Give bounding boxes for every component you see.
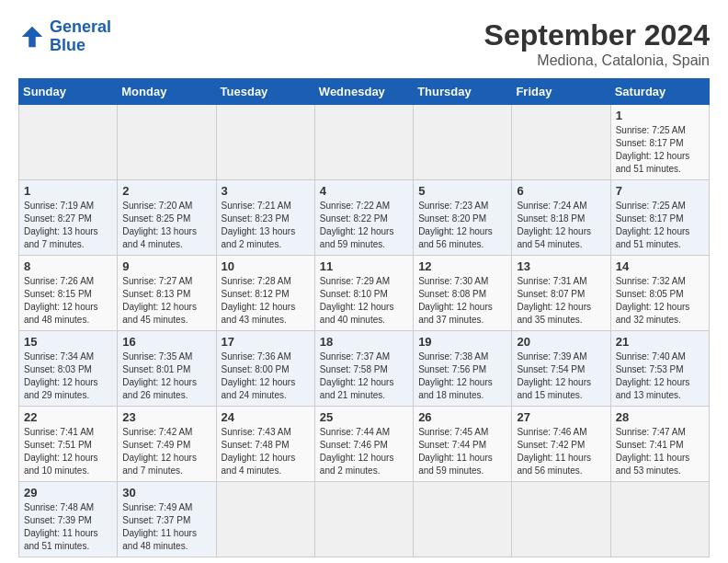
day-cell: 4Sunrise: 7:22 AMSunset: 8:22 PMDaylight… [314, 180, 413, 256]
day-number: 11 [320, 259, 408, 273]
day-number: 5 [418, 184, 506, 198]
page-header: General Blue September 2024 Mediona, Cat… [18, 18, 710, 69]
header-cell-wednesday: Wednesday [314, 79, 413, 105]
day-cell: 1Sunrise: 7:25 AMSunset: 8:17 PMDaylight… [610, 105, 709, 180]
day-cell: 20Sunrise: 7:39 AMSunset: 7:54 PMDayligh… [512, 331, 610, 407]
day-cell: 24Sunrise: 7:43 AMSunset: 7:48 PMDayligh… [216, 407, 314, 482]
day-cell [314, 482, 413, 557]
day-cell: 8Sunrise: 7:26 AMSunset: 8:15 PMDaylight… [19, 256, 118, 331]
day-cell: 16Sunrise: 7:35 AMSunset: 8:01 PMDayligh… [118, 331, 216, 407]
day-info: Sunrise: 7:22 AMSunset: 8:22 PMDaylight:… [320, 200, 408, 251]
day-info: Sunrise: 7:41 AMSunset: 7:51 PMDaylight:… [24, 426, 112, 477]
day-info: Sunrise: 7:42 AMSunset: 7:49 PMDaylight:… [122, 426, 210, 477]
day-info: Sunrise: 7:47 AMSunset: 7:41 PMDaylight:… [616, 426, 704, 477]
day-info: Sunrise: 7:38 AMSunset: 7:56 PMDaylight:… [418, 350, 506, 402]
day-info: Sunrise: 7:20 AMSunset: 8:25 PMDaylight:… [122, 200, 210, 251]
day-cell [414, 105, 512, 180]
calendar-body: 1Sunrise: 7:25 AMSunset: 8:17 PMDaylight… [19, 105, 710, 557]
day-cell: 22Sunrise: 7:41 AMSunset: 7:51 PMDayligh… [19, 407, 118, 482]
day-cell: 18Sunrise: 7:37 AMSunset: 7:58 PMDayligh… [314, 331, 413, 407]
day-info: Sunrise: 7:34 AMSunset: 8:03 PMDaylight:… [24, 350, 112, 402]
day-cell [19, 105, 118, 180]
day-cell: 12Sunrise: 7:30 AMSunset: 8:08 PMDayligh… [414, 256, 512, 331]
day-info: Sunrise: 7:37 AMSunset: 7:58 PMDaylight:… [320, 350, 408, 402]
day-number: 14 [616, 259, 704, 273]
day-cell [512, 482, 610, 557]
day-cell [314, 105, 413, 180]
day-info: Sunrise: 7:45 AMSunset: 7:44 PMDaylight:… [418, 426, 506, 477]
calendar-table: SundayMondayTuesdayWednesdayThursdayFrid… [18, 78, 710, 557]
day-number: 24 [222, 410, 310, 424]
day-info: Sunrise: 7:44 AMSunset: 7:46 PMDaylight:… [320, 426, 408, 477]
day-number: 28 [616, 410, 704, 424]
day-info: Sunrise: 7:49 AMSunset: 7:37 PMDaylight:… [122, 501, 210, 553]
day-cell: 27Sunrise: 7:46 AMSunset: 7:42 PMDayligh… [512, 407, 610, 482]
day-cell: 1Sunrise: 7:19 AMSunset: 8:27 PMDaylight… [19, 180, 118, 256]
day-number: 8 [24, 259, 112, 273]
header-row: SundayMondayTuesdayWednesdayThursdayFrid… [19, 79, 710, 105]
day-number: 9 [122, 259, 210, 273]
day-info: Sunrise: 7:46 AMSunset: 7:42 PMDaylight:… [517, 426, 605, 477]
day-number: 13 [517, 259, 605, 273]
day-number: 21 [616, 335, 704, 349]
day-number: 6 [517, 184, 605, 198]
day-cell: 3Sunrise: 7:21 AMSunset: 8:23 PMDaylight… [216, 180, 314, 256]
header-cell-thursday: Thursday [414, 79, 512, 105]
day-info: Sunrise: 7:26 AMSunset: 8:15 PMDaylight:… [24, 275, 112, 327]
day-cell: 5Sunrise: 7:23 AMSunset: 8:20 PMDaylight… [414, 180, 512, 256]
day-number: 19 [418, 335, 506, 349]
location: Mediona, Catalonia, Spain [484, 52, 710, 69]
day-number: 12 [418, 259, 506, 273]
day-cell [512, 105, 610, 180]
day-cell: 23Sunrise: 7:42 AMSunset: 7:49 PMDayligh… [118, 407, 216, 482]
day-number: 10 [222, 259, 310, 273]
day-info: Sunrise: 7:35 AMSunset: 8:01 PMDaylight:… [122, 350, 210, 402]
day-info: Sunrise: 7:40 AMSunset: 7:53 PMDaylight:… [616, 350, 704, 402]
day-info: Sunrise: 7:24 AMSunset: 8:18 PMDaylight:… [517, 200, 605, 251]
day-number: 30 [122, 486, 210, 500]
day-info: Sunrise: 7:19 AMSunset: 8:27 PMDaylight:… [24, 200, 112, 251]
day-cell: 29Sunrise: 7:48 AMSunset: 7:39 PMDayligh… [19, 482, 118, 557]
day-number: 16 [122, 335, 210, 349]
day-cell [118, 105, 216, 180]
day-info: Sunrise: 7:31 AMSunset: 8:07 PMDaylight:… [517, 275, 605, 327]
day-number: 1 [616, 109, 704, 122]
day-cell: 26Sunrise: 7:45 AMSunset: 7:44 PMDayligh… [414, 407, 512, 482]
day-number: 3 [222, 184, 310, 198]
day-number: 4 [320, 184, 408, 198]
day-info: Sunrise: 7:25 AMSunset: 8:17 PMDaylight:… [616, 200, 704, 251]
day-cell: 9Sunrise: 7:27 AMSunset: 8:13 PMDaylight… [118, 256, 216, 331]
day-info: Sunrise: 7:48 AMSunset: 7:39 PMDaylight:… [24, 501, 112, 553]
week-row-1: 1Sunrise: 7:25 AMSunset: 8:17 PMDaylight… [19, 105, 710, 180]
day-cell [414, 482, 512, 557]
logo-text: General Blue [50, 18, 111, 55]
day-cell: 2Sunrise: 7:20 AMSunset: 8:25 PMDaylight… [118, 180, 216, 256]
week-row-6: 29Sunrise: 7:48 AMSunset: 7:39 PMDayligh… [19, 482, 710, 557]
day-cell: 30Sunrise: 7:49 AMSunset: 7:37 PMDayligh… [118, 482, 216, 557]
day-cell [216, 105, 314, 180]
day-cell: 7Sunrise: 7:25 AMSunset: 8:17 PMDaylight… [610, 180, 709, 256]
day-number: 1 [24, 184, 112, 198]
day-cell: 6Sunrise: 7:24 AMSunset: 8:18 PMDaylight… [512, 180, 610, 256]
day-number: 7 [616, 184, 704, 198]
day-info: Sunrise: 7:32 AMSunset: 8:05 PMDaylight:… [616, 275, 704, 327]
week-row-2: 1Sunrise: 7:19 AMSunset: 8:27 PMDaylight… [19, 180, 710, 256]
day-number: 22 [24, 410, 112, 424]
day-cell: 25Sunrise: 7:44 AMSunset: 7:46 PMDayligh… [314, 407, 413, 482]
day-cell: 11Sunrise: 7:29 AMSunset: 8:10 PMDayligh… [314, 256, 413, 331]
day-cell: 28Sunrise: 7:47 AMSunset: 7:41 PMDayligh… [610, 407, 709, 482]
day-info: Sunrise: 7:25 AMSunset: 8:17 PMDaylight:… [616, 124, 704, 176]
day-number: 29 [24, 486, 112, 500]
day-number: 25 [320, 410, 408, 424]
day-info: Sunrise: 7:30 AMSunset: 8:08 PMDaylight:… [418, 275, 506, 327]
day-number: 15 [24, 335, 112, 349]
day-number: 23 [122, 410, 210, 424]
day-info: Sunrise: 7:23 AMSunset: 8:20 PMDaylight:… [418, 200, 506, 251]
day-info: Sunrise: 7:27 AMSunset: 8:13 PMDaylight:… [122, 275, 210, 327]
logo-icon [18, 23, 46, 51]
day-number: 2 [122, 184, 210, 198]
day-info: Sunrise: 7:43 AMSunset: 7:48 PMDaylight:… [222, 426, 310, 477]
day-cell: 17Sunrise: 7:36 AMSunset: 8:00 PMDayligh… [216, 331, 314, 407]
week-row-5: 22Sunrise: 7:41 AMSunset: 7:51 PMDayligh… [19, 407, 710, 482]
day-number: 18 [320, 335, 408, 349]
